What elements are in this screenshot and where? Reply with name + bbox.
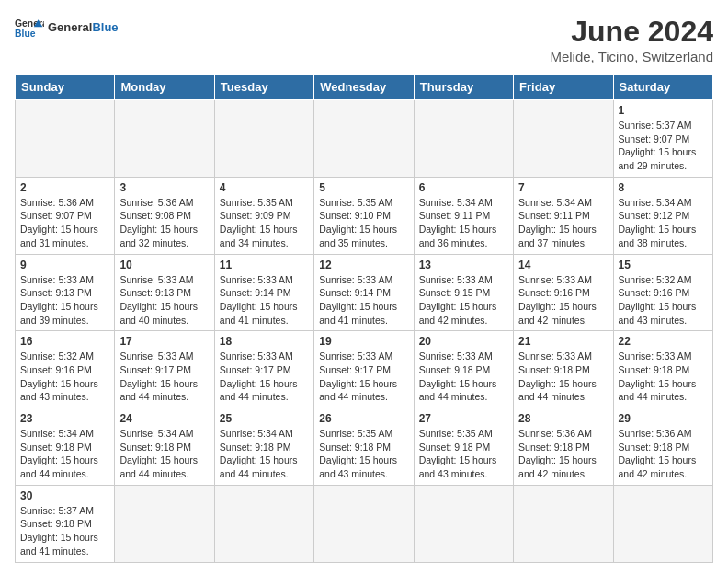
- day-number: 29: [619, 412, 708, 425]
- calendar-cell: [115, 485, 214, 562]
- calendar-cell: [514, 100, 613, 178]
- calendar-cell: [214, 100, 313, 178]
- calendar-cell: [414, 100, 513, 178]
- calendar-week-2: 2Sunrise: 5:36 AM Sunset: 9:07 PM Daylig…: [16, 177, 713, 254]
- calendar-cell: [115, 100, 214, 178]
- day-number: 24: [119, 412, 209, 425]
- calendar-week-1: 1Sunrise: 5:37 AM Sunset: 9:07 PM Daylig…: [16, 100, 713, 178]
- day-number: 5: [319, 181, 408, 194]
- day-info: Sunrise: 5:33 AM Sunset: 9:16 PM Dayligh…: [518, 273, 608, 327]
- day-number: 3: [119, 181, 209, 194]
- day-info: Sunrise: 5:33 AM Sunset: 9:14 PM Dayligh…: [220, 273, 309, 327]
- logo: General Blue GeneralBlue: [15, 15, 119, 40]
- calendar-cell: 29Sunrise: 5:36 AM Sunset: 9:18 PM Dayli…: [613, 408, 712, 486]
- logo-general: General: [48, 20, 92, 34]
- calendar-cell: 18Sunrise: 5:33 AM Sunset: 9:17 PM Dayli…: [214, 331, 313, 408]
- day-info: Sunrise: 5:34 AM Sunset: 9:18 PM Dayligh…: [20, 427, 109, 481]
- calendar-cell: 3Sunrise: 5:36 AM Sunset: 9:08 PM Daylig…: [115, 177, 214, 254]
- day-number: 18: [220, 335, 309, 348]
- day-info: Sunrise: 5:33 AM Sunset: 9:17 PM Dayligh…: [220, 350, 309, 404]
- day-info: Sunrise: 5:33 AM Sunset: 9:17 PM Dayligh…: [319, 350, 408, 404]
- calendar-cell: 6Sunrise: 5:34 AM Sunset: 9:11 PM Daylig…: [414, 177, 513, 254]
- column-header-thursday: Thursday: [414, 75, 513, 100]
- day-number: 20: [419, 335, 508, 348]
- day-info: Sunrise: 5:34 AM Sunset: 9:18 PM Dayligh…: [220, 427, 309, 481]
- calendar-cell: 17Sunrise: 5:33 AM Sunset: 9:17 PM Dayli…: [115, 331, 214, 408]
- calendar-cell: [314, 485, 414, 562]
- calendar-cell: [613, 485, 712, 562]
- day-number: 22: [619, 335, 708, 348]
- day-info: Sunrise: 5:36 AM Sunset: 9:08 PM Dayligh…: [119, 196, 209, 250]
- day-info: Sunrise: 5:32 AM Sunset: 9:16 PM Dayligh…: [619, 273, 708, 327]
- title-area: June 2024 Melide, Ticino, Switzerland: [550, 15, 713, 64]
- day-info: Sunrise: 5:35 AM Sunset: 9:18 PM Dayligh…: [319, 427, 408, 481]
- calendar-week-4: 16Sunrise: 5:32 AM Sunset: 9:16 PM Dayli…: [16, 331, 713, 408]
- day-info: Sunrise: 5:37 AM Sunset: 9:07 PM Dayligh…: [619, 119, 708, 173]
- calendar-cell: 27Sunrise: 5:35 AM Sunset: 9:18 PM Dayli…: [414, 408, 513, 486]
- day-number: 4: [220, 181, 309, 194]
- calendar-cell: [514, 485, 613, 562]
- day-info: Sunrise: 5:33 AM Sunset: 9:18 PM Dayligh…: [619, 350, 708, 404]
- day-number: 23: [20, 412, 109, 425]
- calendar-cell: [414, 485, 513, 562]
- day-number: 30: [20, 489, 109, 502]
- calendar-cell: 15Sunrise: 5:32 AM Sunset: 9:16 PM Dayli…: [613, 254, 712, 331]
- day-info: Sunrise: 5:35 AM Sunset: 9:09 PM Dayligh…: [220, 196, 309, 250]
- day-number: 28: [518, 412, 608, 425]
- day-info: Sunrise: 5:32 AM Sunset: 9:16 PM Dayligh…: [20, 350, 109, 404]
- calendar-cell: 7Sunrise: 5:34 AM Sunset: 9:11 PM Daylig…: [514, 177, 613, 254]
- day-number: 9: [20, 259, 109, 271]
- calendar-cell: 9Sunrise: 5:33 AM Sunset: 9:13 PM Daylig…: [16, 254, 115, 331]
- calendar-cell: 2Sunrise: 5:36 AM Sunset: 9:07 PM Daylig…: [16, 177, 115, 254]
- day-number: 12: [319, 259, 408, 271]
- day-info: Sunrise: 5:33 AM Sunset: 9:15 PM Dayligh…: [419, 273, 508, 327]
- day-info: Sunrise: 5:36 AM Sunset: 9:18 PM Dayligh…: [518, 427, 608, 481]
- generalblue-logo-icon: General Blue: [15, 15, 44, 40]
- calendar-cell: 14Sunrise: 5:33 AM Sunset: 9:16 PM Dayli…: [514, 254, 613, 331]
- calendar-cell: 1Sunrise: 5:37 AM Sunset: 9:07 PM Daylig…: [613, 100, 712, 178]
- calendar-cell: 24Sunrise: 5:34 AM Sunset: 9:18 PM Dayli…: [115, 408, 214, 486]
- calendar-cell: [16, 100, 115, 178]
- calendar-cell: 30Sunrise: 5:37 AM Sunset: 9:18 PM Dayli…: [16, 485, 115, 562]
- day-info: Sunrise: 5:36 AM Sunset: 9:18 PM Dayligh…: [619, 427, 708, 481]
- header: General Blue GeneralBlue June 2024 Melid…: [15, 15, 713, 64]
- calendar-cell: 12Sunrise: 5:33 AM Sunset: 9:14 PM Dayli…: [314, 254, 414, 331]
- calendar-cell: 19Sunrise: 5:33 AM Sunset: 9:17 PM Dayli…: [314, 331, 414, 408]
- day-info: Sunrise: 5:34 AM Sunset: 9:11 PM Dayligh…: [518, 196, 608, 250]
- calendar-cell: [214, 485, 313, 562]
- calendar-cell: 28Sunrise: 5:36 AM Sunset: 9:18 PM Dayli…: [514, 408, 613, 486]
- day-number: 1: [619, 104, 708, 117]
- day-info: Sunrise: 5:33 AM Sunset: 9:18 PM Dayligh…: [518, 350, 608, 404]
- calendar-week-6: 30Sunrise: 5:37 AM Sunset: 9:18 PM Dayli…: [16, 485, 713, 562]
- calendar-cell: 13Sunrise: 5:33 AM Sunset: 9:15 PM Dayli…: [414, 254, 513, 331]
- calendar-subtitle: Melide, Ticino, Switzerland: [550, 49, 713, 64]
- day-number: 21: [518, 335, 608, 348]
- column-header-monday: Monday: [115, 75, 214, 100]
- column-header-saturday: Saturday: [613, 75, 712, 100]
- calendar-cell: 5Sunrise: 5:35 AM Sunset: 9:10 PM Daylig…: [314, 177, 414, 254]
- calendar-cell: 21Sunrise: 5:33 AM Sunset: 9:18 PM Dayli…: [514, 331, 613, 408]
- calendar-week-3: 9Sunrise: 5:33 AM Sunset: 9:13 PM Daylig…: [16, 254, 713, 331]
- calendar-cell: 23Sunrise: 5:34 AM Sunset: 9:18 PM Dayli…: [16, 408, 115, 486]
- day-number: 19: [319, 335, 408, 348]
- calendar-cell: 11Sunrise: 5:33 AM Sunset: 9:14 PM Dayli…: [214, 254, 313, 331]
- day-number: 26: [319, 412, 408, 425]
- calendar-week-5: 23Sunrise: 5:34 AM Sunset: 9:18 PM Dayli…: [16, 408, 713, 486]
- column-header-sunday: Sunday: [16, 75, 115, 100]
- calendar-cell: 25Sunrise: 5:34 AM Sunset: 9:18 PM Dayli…: [214, 408, 313, 486]
- day-number: 16: [20, 335, 109, 348]
- day-number: 11: [220, 259, 309, 271]
- day-info: Sunrise: 5:33 AM Sunset: 9:13 PM Dayligh…: [119, 273, 209, 327]
- svg-text:Blue: Blue: [15, 29, 36, 39]
- day-info: Sunrise: 5:34 AM Sunset: 9:11 PM Dayligh…: [419, 196, 508, 250]
- day-number: 27: [419, 412, 508, 425]
- calendar-cell: [314, 100, 414, 178]
- day-number: 10: [119, 259, 209, 271]
- calendar-cell: 20Sunrise: 5:33 AM Sunset: 9:18 PM Dayli…: [414, 331, 513, 408]
- calendar-cell: 4Sunrise: 5:35 AM Sunset: 9:09 PM Daylig…: [214, 177, 313, 254]
- day-number: 8: [619, 181, 708, 194]
- calendar-cell: 26Sunrise: 5:35 AM Sunset: 9:18 PM Dayli…: [314, 408, 414, 486]
- calendar-cell: 10Sunrise: 5:33 AM Sunset: 9:13 PM Dayli…: [115, 254, 214, 331]
- calendar-cell: 8Sunrise: 5:34 AM Sunset: 9:12 PM Daylig…: [613, 177, 712, 254]
- day-number: 2: [20, 181, 109, 194]
